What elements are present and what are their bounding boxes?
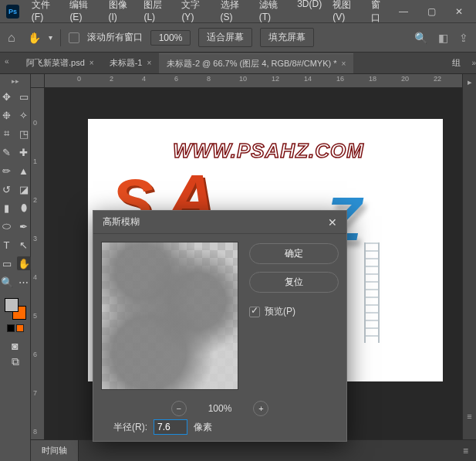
menu-type[interactable]: 文字(Y): [177, 0, 214, 27]
tool-preset-chevron-icon[interactable]: ▾: [49, 33, 52, 42]
preview-thumbnail[interactable]: [101, 242, 238, 390]
pen-tool-icon[interactable]: ✒: [17, 219, 31, 233]
menu-3d[interactable]: 3D(D): [292, 0, 326, 27]
healing-tool-icon[interactable]: ✚: [17, 145, 31, 159]
ok-button[interactable]: 确定: [249, 243, 339, 264]
toolbox-grip-icon[interactable]: ▸▸: [12, 77, 19, 85]
ruler-tick: 2: [110, 75, 113, 83]
ruler-tick: 0: [33, 119, 37, 127]
foreground-color-swatch[interactable]: [5, 298, 19, 312]
zoom-tool-icon[interactable]: 🔍: [0, 275, 14, 289]
color-swatches[interactable]: [5, 298, 26, 320]
quickmask-icon[interactable]: ◙: [12, 340, 18, 352]
main-menu: 文件(F) 编辑(E) 图像(I) 图层(L) 文字(Y) 选择(S) 滤镜(T…: [27, 0, 393, 27]
radius-input[interactable]: [154, 419, 187, 435]
menu-file[interactable]: 文件(F): [27, 0, 64, 27]
tab-doc-active[interactable]: 未标题-2 @ 66.7% (图层 4, RGB/8#/CMYK) *×: [159, 53, 353, 73]
reset-button[interactable]: 复位: [249, 272, 339, 293]
options-bar: ⌂ ✋ ▾ 滚动所有窗口 100% 适合屏幕 填充屏幕 🔍 ◧ ⇪: [0, 23, 476, 53]
share-icon[interactable]: ⇪: [459, 32, 468, 44]
workspace-icon[interactable]: ◧: [438, 32, 448, 44]
ruler-tick: 18: [369, 75, 376, 83]
crop-tool-icon[interactable]: ⌗: [0, 127, 14, 141]
search-icon[interactable]: 🔍: [414, 32, 427, 44]
move-tool-icon[interactable]: ✥: [0, 90, 14, 103]
menu-select[interactable]: 选择(S): [216, 0, 253, 27]
preview-label: 预览(P): [265, 305, 295, 318]
pixels-label: 像素: [194, 421, 212, 434]
ruler-origin[interactable]: [31, 74, 45, 88]
eyedropper-tool-icon[interactable]: ✎: [0, 145, 14, 159]
slice-tool-icon[interactable]: ◳: [17, 127, 31, 141]
radius-label: 半径(R):: [113, 421, 147, 434]
menu-image[interactable]: 图像(I): [104, 0, 138, 27]
mini-swatch-black[interactable]: [7, 324, 15, 332]
menu-view[interactable]: 视图(V): [328, 0, 365, 27]
tab-doc-2[interactable]: 未标题-1×: [102, 53, 160, 73]
maximize-button[interactable]: ▢: [420, 4, 442, 19]
home-icon[interactable]: ⌂: [8, 31, 15, 45]
shape-tool-icon[interactable]: ▭: [0, 256, 14, 270]
path-tool-icon[interactable]: ↖: [17, 238, 31, 252]
window-controls: — ▢ ✕: [393, 4, 470, 19]
menu-window[interactable]: 窗口: [366, 0, 393, 27]
close-icon[interactable]: ×: [147, 59, 151, 67]
tab-doc-1[interactable]: 阿飞新菜谱.psd×: [19, 53, 102, 73]
ruler-tick: 10: [239, 75, 247, 83]
edit-toolbar-icon[interactable]: ⋯: [17, 275, 31, 289]
minimize-button[interactable]: —: [393, 4, 414, 19]
zoom-in-button[interactable]: +: [253, 401, 268, 416]
fit-screen-button[interactable]: 适合屏幕: [198, 28, 252, 47]
preview-zoom-controls: − 100% +: [93, 401, 346, 416]
ruler-horizontal[interactable]: 0 2 4 6 8 10 12 14 16 18 20 22 24: [45, 74, 462, 88]
wand-tool-icon[interactable]: ✧: [17, 108, 31, 122]
screenmode-icon[interactable]: ⧉: [12, 355, 19, 368]
preview-checkbox[interactable]: [249, 307, 260, 317]
ruler-tick: 4: [33, 273, 37, 281]
close-icon[interactable]: ✕: [328, 216, 337, 229]
ruler-tick: 12: [272, 75, 279, 83]
zoom-level-field[interactable]: 100%: [150, 30, 191, 46]
gradient-tool-icon[interactable]: ▮: [0, 201, 14, 215]
menu-layer[interactable]: 图层(L): [139, 0, 175, 27]
close-window-button[interactable]: ✕: [448, 4, 470, 19]
history-brush-icon[interactable]: ↺: [0, 182, 14, 196]
overflow-chevron-icon[interactable]: »: [471, 59, 476, 67]
blur-tool-icon[interactable]: ⬮: [17, 201, 31, 215]
panel-menu-icon[interactable]: ≡: [467, 412, 471, 421]
ruler-tick: 8: [207, 75, 211, 83]
dialog-title: 高斯模糊: [103, 215, 140, 229]
tab-label: 未标题-1: [110, 57, 143, 69]
type-tool-icon[interactable]: T: [0, 238, 14, 252]
ruler-tick: 20: [401, 75, 409, 83]
menu-edit[interactable]: 编辑(E): [65, 0, 102, 27]
marquee-tool-icon[interactable]: ▭: [17, 90, 31, 103]
stamp-tool-icon[interactable]: ▲: [17, 164, 31, 178]
mini-swatch-orange[interactable]: [16, 324, 24, 332]
menu-filter[interactable]: 滤镜(T): [255, 0, 292, 27]
dialog-titlebar[interactable]: 高斯模糊 ✕: [93, 211, 346, 234]
eraser-tool-icon[interactable]: ◪: [17, 182, 31, 196]
radius-row: 半径(R): 像素: [93, 416, 346, 442]
dodge-tool-icon[interactable]: ⬭: [0, 219, 14, 233]
close-icon[interactable]: ×: [342, 59, 346, 68]
panel-options-icon[interactable]: ≡: [463, 446, 476, 456]
timeline-tab[interactable]: 时间轴: [31, 440, 79, 461]
close-icon[interactable]: ×: [89, 59, 94, 67]
ruler-tick: 6: [33, 351, 37, 358]
preview-zoom-value: 100%: [208, 403, 232, 414]
ruler-tick: 2: [33, 196, 37, 204]
lasso-tool-icon[interactable]: ❉: [0, 108, 14, 122]
panel-group-label[interactable]: 组: [452, 57, 467, 69]
toolbox: ▸▸ ✥ ▭ ❉ ✧ ⌗ ◳ ✎ ✚ ✏ ▲ ↺ ◪ ▮ ⬮ ⬭ ✒ T ↖ ▭…: [0, 74, 31, 461]
hand-tool-icon[interactable]: ✋: [28, 32, 41, 44]
expand-chevron-icon[interactable]: ▸: [468, 77, 472, 87]
zoom-out-button[interactable]: −: [171, 401, 187, 416]
hand-tool-icon[interactable]: ✋: [17, 256, 31, 270]
brush-tool-icon[interactable]: ✏: [0, 164, 14, 178]
fill-screen-button[interactable]: 填充屏幕: [260, 28, 314, 47]
ruler-vertical[interactable]: 0 1 2 3 4 5 6 7 8: [31, 88, 45, 461]
document-tabs: « 阿飞新菜谱.psd× 未标题-1× 未标题-2 @ 66.7% (图层 4,…: [0, 53, 476, 74]
scroll-all-checkbox[interactable]: [69, 32, 79, 43]
collapse-chevron-icon[interactable]: «: [5, 57, 9, 66]
